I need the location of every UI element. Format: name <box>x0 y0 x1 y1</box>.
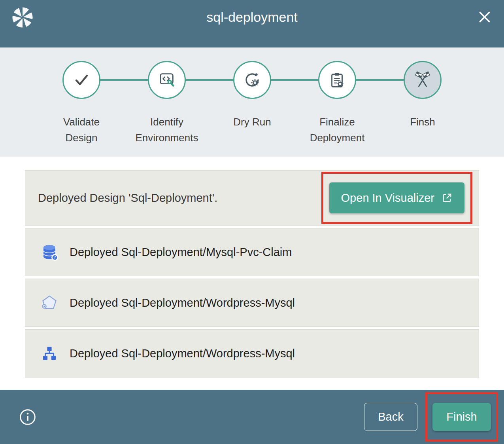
open-in-visualizer-button[interactable]: Open In Visualizer <box>329 182 464 213</box>
deployment-modal: sql-deployment Validate Design <box>0 0 504 444</box>
deployed-item-text: Deployed Sql-Deployment/Mysql-Pvc-Claim <box>70 246 292 259</box>
back-button[interactable]: Back <box>364 403 417 431</box>
step-label-identify-environments: Identify Environments <box>119 114 214 146</box>
meshery-logo-icon <box>10 5 35 30</box>
step-label-finalize-deployment: Finalize Deployment <box>290 114 385 146</box>
deployment-results: Deployed Design 'Sql-Deployment'. Open I… <box>0 157 504 390</box>
step-dry-run[interactable] <box>233 61 271 99</box>
deployment-result-row: Deployed Design 'Sql-Deployment'. Open I… <box>25 170 479 226</box>
deployed-design-text: Deployed Design 'Sql-Deployment'. <box>38 192 217 205</box>
check-icon <box>72 70 91 89</box>
deployed-item-text: Deployed Sql-Deployment/Wordpress-Mysql <box>70 296 295 309</box>
open-in-visualizer-label: Open In Visualizer <box>341 192 434 205</box>
deployed-item-row: ? Deployed Sql-Deployment/Mysql-Pvc-Clai… <box>25 228 479 276</box>
hierarchy-icon <box>40 343 59 363</box>
modal-footer: Back Finish <box>0 390 504 444</box>
step-label-dry-run: Dry Run <box>205 114 300 130</box>
step-identify-environments[interactable] <box>148 61 186 99</box>
highlight-box-finish: Finish <box>425 392 498 442</box>
modal-header: sql-deployment <box>0 0 504 47</box>
step-label-validate-design: Validate Design <box>34 114 129 146</box>
code-environment-icon <box>158 71 176 89</box>
checkered-flags-icon <box>413 71 432 89</box>
finish-button[interactable]: Finish <box>432 403 491 431</box>
modal-title: sql-deployment <box>206 9 298 25</box>
deployed-item-text: Deployed Sql-Deployment/Wordpress-Mysql <box>70 347 295 360</box>
stepper: Validate Design Identify Environments <box>0 47 504 157</box>
step-finalize-deployment[interactable] <box>318 61 356 99</box>
clipboard-gear-icon <box>328 71 346 89</box>
close-icon[interactable] <box>476 8 494 26</box>
step-finish[interactable] <box>404 61 442 99</box>
external-link-icon <box>442 192 453 203</box>
dry-run-refresh-gear-icon <box>243 70 262 89</box>
info-icon[interactable] <box>19 408 36 426</box>
step-label-finish: Finsh <box>375 114 470 130</box>
application-pentagon-icon <box>40 293 59 313</box>
svg-text:?: ? <box>54 255 56 260</box>
highlight-box-visualizer: Open In Visualizer <box>321 172 472 224</box>
deployed-item-row: Deployed Sql-Deployment/Wordpress-Mysql <box>25 329 479 378</box>
database-icon: ? <box>40 242 59 262</box>
step-validate-design[interactable] <box>62 61 100 99</box>
deployed-item-row: Deployed Sql-Deployment/Wordpress-Mysql <box>25 279 479 327</box>
